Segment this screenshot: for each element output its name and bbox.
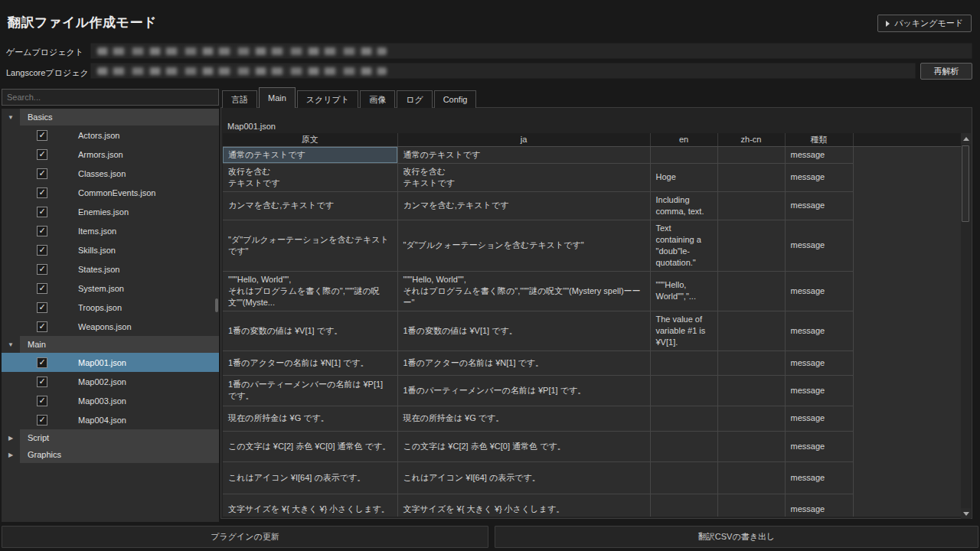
cell-type[interactable]: message: [785, 191, 853, 220]
tree-group-basics[interactable]: ▼Basics: [2, 109, 219, 126]
checkbox[interactable]: ✓: [37, 283, 47, 294]
column-header-種類[interactable]: 種類: [785, 133, 853, 146]
cell-en[interactable]: Text containing a "doub"le-quotation.": [650, 220, 717, 271]
tree-item-map003.json[interactable]: ✓Map003.json: [2, 391, 219, 410]
cell-original[interactable]: 1番のパーティーメンバーの名前は ¥P[1] です。: [223, 375, 397, 406]
cell-ja[interactable]: 現在の所持金は ¥G です。: [397, 406, 650, 431]
search-input[interactable]: [2, 89, 219, 106]
cell-original[interactable]: 1番のアクターの名前は ¥N[1] です。: [223, 350, 397, 375]
chevron-down-icon[interactable]: ▼: [2, 114, 20, 121]
checkbox[interactable]: ✓: [37, 396, 47, 406]
tree-item-map004.json[interactable]: ✓Map004.json: [2, 410, 219, 429]
checkbox[interactable]: ✓: [37, 149, 47, 160]
tree-item-armors.json[interactable]: ✓Armors.json: [2, 145, 219, 164]
tree-group-script[interactable]: ▶Script: [2, 429, 219, 446]
cell-zh-cn[interactable]: [717, 406, 785, 431]
cell-ja[interactable]: 1番のアクターの名前は ¥N[1] です。: [397, 350, 650, 375]
cell-en[interactable]: Hoge: [650, 163, 717, 191]
column-header-zh-cn[interactable]: zh-cn: [717, 133, 785, 146]
tree-item-weapons.json[interactable]: ✓Weapons.json: [2, 317, 219, 336]
cell-type[interactable]: message: [785, 311, 853, 350]
cell-original[interactable]: 1番の変数の値は ¥V[1] です。: [223, 311, 397, 350]
tree-item-states.json[interactable]: ✓States.json: [2, 259, 219, 279]
checkbox[interactable]: ✓: [37, 130, 47, 141]
cell-en[interactable]: """Hello, World"","...: [650, 271, 717, 311]
cell-zh-cn[interactable]: [717, 494, 785, 517]
tab-main[interactable]: Main: [259, 87, 296, 108]
cell-en[interactable]: [650, 431, 717, 461]
chevron-down-icon[interactable]: ▼: [2, 341, 20, 348]
cell-original[interactable]: 文字サイズを ¥{ 大きく ¥} 小さくします。: [223, 494, 397, 517]
checkbox[interactable]: ✓: [37, 226, 47, 236]
cell-type[interactable]: message: [785, 375, 853, 406]
cell-zh-cn[interactable]: [717, 431, 785, 461]
cell-zh-cn[interactable]: [717, 311, 785, 350]
cell-ja[interactable]: これはアイコン ¥I[64] の表示です。: [397, 461, 650, 494]
cell-ja[interactable]: 1番のパーティーメンバーの名前は ¥P[1] です。: [397, 375, 650, 406]
cell-original[interactable]: これはアイコン ¥I[64] の表示です。: [223, 461, 397, 494]
tab-言語[interactable]: 言語: [222, 90, 257, 108]
tab-config[interactable]: Config: [434, 90, 477, 108]
checkbox[interactable]: ✓: [37, 187, 47, 198]
cell-original[interactable]: この文字は ¥C[2] 赤色 ¥C[0] 通常色 です。: [223, 431, 397, 461]
cell-ja[interactable]: """Hello, World"", それはプログラムを書く際の","""謎の呪…: [397, 271, 650, 311]
cell-original[interactable]: 現在の所持金は ¥G です。: [223, 406, 397, 431]
checkbox[interactable]: ✓: [37, 415, 47, 425]
table-scrollbar-thumb[interactable]: [962, 145, 969, 222]
cell-type[interactable]: message: [785, 271, 853, 311]
tree-item-skills.json[interactable]: ✓Skills.json: [2, 240, 219, 259]
tab-ログ[interactable]: ログ: [397, 90, 433, 108]
tree-group-main[interactable]: ▼Main: [2, 336, 219, 353]
cell-type[interactable]: message: [785, 406, 853, 431]
packing-mode-button[interactable]: パッキングモード: [877, 15, 972, 32]
tree-item-classes.json[interactable]: ✓Classes.json: [2, 164, 219, 183]
cell-zh-cn[interactable]: [717, 461, 785, 494]
column-header-原文[interactable]: 原文: [223, 133, 397, 146]
tree-group-graphics[interactable]: ▶Graphics: [2, 446, 219, 463]
checkbox[interactable]: ✓: [37, 245, 47, 256]
cell-en[interactable]: Including comma, text.: [650, 191, 717, 220]
tree-item-items.json[interactable]: ✓Items.json: [2, 221, 219, 240]
chevron-right-icon[interactable]: ▶: [2, 435, 20, 442]
cell-ja[interactable]: カンマを含む,テキストです: [397, 191, 650, 220]
tab-スクリプト[interactable]: スクリプト: [297, 90, 358, 108]
cell-type[interactable]: message: [785, 431, 853, 461]
tree-item-enemies.json[interactable]: ✓Enemies.json: [2, 202, 219, 221]
cell-type[interactable]: message: [785, 350, 853, 375]
checkbox[interactable]: ✓: [37, 357, 47, 368]
update-plugin-button[interactable]: プラグインの更新: [2, 526, 488, 548]
checkbox[interactable]: ✓: [37, 168, 47, 179]
scroll-down-button[interactable]: [961, 508, 971, 519]
tree-item-actors.json[interactable]: ✓Actors.json: [2, 126, 219, 145]
cell-ja[interactable]: 改行を含む テキストです: [397, 163, 650, 191]
cell-ja[interactable]: この文字は ¥C[2] 赤色 ¥C[0] 通常色 です。: [397, 431, 650, 461]
langscore-project-path-field[interactable]: [90, 63, 916, 79]
cell-ja[interactable]: 通常のテキストです: [397, 146, 650, 163]
cell-en[interactable]: [650, 494, 717, 517]
cell-type[interactable]: message: [785, 163, 853, 191]
checkbox[interactable]: ✓: [37, 321, 47, 332]
cell-en[interactable]: [650, 350, 717, 375]
cell-type[interactable]: message: [785, 220, 853, 271]
tree-item-system.json[interactable]: ✓System.json: [2, 279, 219, 298]
tree-item-commonevents.json[interactable]: ✓CommonEvents.json: [2, 183, 219, 202]
cell-en[interactable]: [650, 146, 717, 163]
cell-ja[interactable]: "ダ"ブルクォーテーションを含むテキストです": [397, 220, 650, 271]
tree-item-troops.json[interactable]: ✓Troops.json: [2, 298, 219, 317]
chevron-right-icon[interactable]: ▶: [2, 452, 20, 458]
cell-zh-cn[interactable]: [717, 350, 785, 375]
game-project-path-field[interactable]: [90, 43, 972, 59]
tree-item-map002.json[interactable]: ✓Map002.json: [2, 372, 219, 391]
cell-type[interactable]: message: [785, 494, 853, 517]
tab-画像[interactable]: 画像: [360, 90, 395, 108]
cell-ja[interactable]: 1番の変数の値は ¥V[1] です。: [397, 311, 650, 350]
cell-original[interactable]: カンマを含む,テキストです: [223, 191, 397, 220]
cell-original[interactable]: "ダ"ブルクォーテーションを含むテキストです": [223, 220, 397, 271]
cell-ja[interactable]: 文字サイズを ¥{ 大きく ¥} 小さくします。: [397, 494, 650, 517]
checkbox[interactable]: ✓: [37, 264, 47, 275]
checkbox[interactable]: ✓: [37, 377, 47, 387]
table-scrollbar[interactable]: [961, 133, 971, 519]
reanalyze-button[interactable]: 再解析: [920, 63, 972, 80]
cell-zh-cn[interactable]: [717, 146, 785, 163]
cell-zh-cn[interactable]: [717, 271, 785, 311]
